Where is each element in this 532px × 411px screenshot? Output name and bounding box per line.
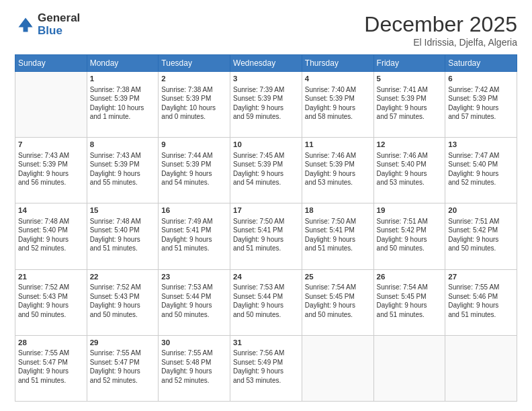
calendar-cell: 6Sunrise: 7:42 AM Sunset: 5:39 PM Daylig… [445, 72, 517, 138]
day-info: Sunrise: 7:43 AM Sunset: 5:39 PM Dayligh… [18, 151, 84, 187]
calendar-cell: 3Sunrise: 7:39 AM Sunset: 5:39 PM Daylig… [230, 72, 302, 138]
calendar-cell: 5Sunrise: 7:41 AM Sunset: 5:39 PM Daylig… [373, 72, 445, 138]
day-info: Sunrise: 7:53 AM Sunset: 5:44 PM Dayligh… [161, 283, 227, 319]
day-number: 25 [305, 272, 371, 283]
month-title: December 2025 [364, 12, 517, 37]
day-info: Sunrise: 7:46 AM Sunset: 5:40 PM Dayligh… [377, 151, 443, 187]
title-block: December 2025 El Idrissia, Djelfa, Alger… [364, 12, 517, 48]
calendar-day-header: Friday [373, 55, 445, 72]
location: El Idrissia, Djelfa, Algeria [364, 37, 517, 48]
day-number: 11 [305, 140, 371, 150]
day-number: 4 [305, 74, 371, 85]
calendar-cell: 19Sunrise: 7:51 AM Sunset: 5:42 PM Dayli… [373, 203, 445, 269]
day-number: 23 [161, 272, 227, 283]
day-number: 20 [448, 205, 514, 216]
day-number: 27 [448, 272, 514, 283]
day-number: 18 [305, 205, 371, 216]
day-number: 9 [161, 140, 227, 150]
calendar-week-row: 7Sunrise: 7:43 AM Sunset: 5:39 PM Daylig… [15, 138, 517, 203]
day-number: 5 [377, 74, 443, 85]
day-info: Sunrise: 7:54 AM Sunset: 5:45 PM Dayligh… [305, 283, 371, 319]
logo: General Blue [15, 12, 80, 37]
calendar-cell: 13Sunrise: 7:47 AM Sunset: 5:40 PM Dayli… [445, 138, 517, 203]
calendar-cell: 14Sunrise: 7:48 AM Sunset: 5:40 PM Dayli… [15, 203, 87, 269]
day-info: Sunrise: 7:52 AM Sunset: 5:43 PM Dayligh… [18, 283, 84, 319]
logo-blue-text: Blue [38, 25, 80, 38]
day-info: Sunrise: 7:45 AM Sunset: 5:39 PM Dayligh… [233, 151, 299, 187]
calendar-cell: 4Sunrise: 7:40 AM Sunset: 5:39 PM Daylig… [302, 72, 373, 138]
day-number: 1 [90, 74, 156, 85]
calendar-cell: 23Sunrise: 7:53 AM Sunset: 5:44 PM Dayli… [159, 269, 230, 335]
calendar-week-row: 14Sunrise: 7:48 AM Sunset: 5:40 PM Dayli… [15, 203, 517, 269]
calendar-cell: 25Sunrise: 7:54 AM Sunset: 5:45 PM Dayli… [302, 269, 373, 335]
day-info: Sunrise: 7:55 AM Sunset: 5:48 PM Dayligh… [161, 349, 227, 385]
calendar-day-header: Saturday [445, 55, 517, 72]
calendar-day-header: Wednesday [230, 55, 302, 72]
calendar-cell [373, 335, 445, 401]
day-number: 31 [233, 338, 299, 349]
calendar-cell: 8Sunrise: 7:43 AM Sunset: 5:39 PM Daylig… [87, 138, 159, 203]
day-info: Sunrise: 7:39 AM Sunset: 5:39 PM Dayligh… [233, 85, 299, 122]
calendar-week-row: 21Sunrise: 7:52 AM Sunset: 5:43 PM Dayli… [15, 269, 517, 335]
calendar-cell [445, 335, 517, 401]
calendar-day-header: Monday [87, 55, 159, 72]
logo-text: General Blue [38, 12, 80, 37]
day-info: Sunrise: 7:49 AM Sunset: 5:41 PM Dayligh… [161, 217, 227, 253]
calendar-week-row: 1Sunrise: 7:38 AM Sunset: 5:39 PM Daylig… [15, 72, 517, 138]
day-number: 12 [377, 140, 443, 150]
calendar-cell: 9Sunrise: 7:44 AM Sunset: 5:39 PM Daylig… [159, 138, 230, 203]
day-info: Sunrise: 7:48 AM Sunset: 5:40 PM Dayligh… [90, 217, 156, 253]
day-info: Sunrise: 7:56 AM Sunset: 5:49 PM Dayligh… [233, 349, 299, 385]
day-info: Sunrise: 7:41 AM Sunset: 5:39 PM Dayligh… [377, 85, 443, 122]
calendar-cell: 29Sunrise: 7:55 AM Sunset: 5:47 PM Dayli… [87, 335, 159, 401]
day-number: 19 [377, 205, 443, 216]
calendar-week-row: 28Sunrise: 7:55 AM Sunset: 5:47 PM Dayli… [15, 335, 517, 401]
calendar-cell: 27Sunrise: 7:55 AM Sunset: 5:46 PM Dayli… [445, 269, 517, 335]
day-info: Sunrise: 7:44 AM Sunset: 5:39 PM Dayligh… [161, 151, 227, 187]
day-number: 7 [18, 140, 84, 150]
day-number: 26 [377, 272, 443, 283]
day-number: 3 [233, 74, 299, 85]
day-number: 2 [161, 74, 227, 85]
calendar-day-header: Tuesday [159, 55, 230, 72]
logo-icon [16, 15, 35, 34]
day-info: Sunrise: 7:46 AM Sunset: 5:39 PM Dayligh… [305, 151, 371, 187]
calendar-cell: 22Sunrise: 7:52 AM Sunset: 5:43 PM Dayli… [87, 269, 159, 335]
calendar-cell: 15Sunrise: 7:48 AM Sunset: 5:40 PM Dayli… [87, 203, 159, 269]
day-info: Sunrise: 7:53 AM Sunset: 5:44 PM Dayligh… [233, 283, 299, 319]
day-number: 13 [448, 140, 514, 150]
day-number: 24 [233, 272, 299, 283]
day-number: 10 [233, 140, 299, 150]
day-info: Sunrise: 7:55 AM Sunset: 5:47 PM Dayligh… [90, 349, 156, 385]
day-number: 28 [18, 338, 84, 349]
calendar-cell [15, 72, 87, 138]
day-number: 21 [18, 272, 84, 283]
day-info: Sunrise: 7:47 AM Sunset: 5:40 PM Dayligh… [448, 151, 514, 187]
day-number: 16 [161, 205, 227, 216]
day-number: 14 [18, 205, 84, 216]
day-info: Sunrise: 7:40 AM Sunset: 5:39 PM Dayligh… [305, 85, 371, 122]
day-info: Sunrise: 7:51 AM Sunset: 5:42 PM Dayligh… [377, 217, 443, 253]
calendar-cell: 28Sunrise: 7:55 AM Sunset: 5:47 PM Dayli… [15, 335, 87, 401]
day-info: Sunrise: 7:42 AM Sunset: 5:39 PM Dayligh… [448, 85, 514, 122]
calendar-cell: 31Sunrise: 7:56 AM Sunset: 5:49 PM Dayli… [230, 335, 302, 401]
calendar-cell: 18Sunrise: 7:50 AM Sunset: 5:41 PM Dayli… [302, 203, 373, 269]
calendar-cell: 20Sunrise: 7:51 AM Sunset: 5:42 PM Dayli… [445, 203, 517, 269]
page: General Blue December 2025 El Idrissia, … [0, 0, 532, 411]
calendar-day-header: Sunday [15, 55, 87, 72]
calendar-cell: 7Sunrise: 7:43 AM Sunset: 5:39 PM Daylig… [15, 138, 87, 203]
day-number: 6 [448, 74, 514, 85]
day-info: Sunrise: 7:51 AM Sunset: 5:42 PM Dayligh… [448, 217, 514, 253]
calendar-cell: 16Sunrise: 7:49 AM Sunset: 5:41 PM Dayli… [159, 203, 230, 269]
calendar-cell [302, 335, 373, 401]
day-number: 8 [90, 140, 156, 150]
calendar-day-header: Thursday [302, 55, 373, 72]
logo-general-text: General [38, 12, 80, 25]
day-info: Sunrise: 7:52 AM Sunset: 5:43 PM Dayligh… [90, 283, 156, 319]
calendar-cell: 21Sunrise: 7:52 AM Sunset: 5:43 PM Dayli… [15, 269, 87, 335]
calendar-cell: 24Sunrise: 7:53 AM Sunset: 5:44 PM Dayli… [230, 269, 302, 335]
day-info: Sunrise: 7:38 AM Sunset: 5:39 PM Dayligh… [90, 85, 156, 122]
day-info: Sunrise: 7:50 AM Sunset: 5:41 PM Dayligh… [233, 217, 299, 253]
day-number: 22 [90, 272, 156, 283]
calendar-cell: 11Sunrise: 7:46 AM Sunset: 5:39 PM Dayli… [302, 138, 373, 203]
